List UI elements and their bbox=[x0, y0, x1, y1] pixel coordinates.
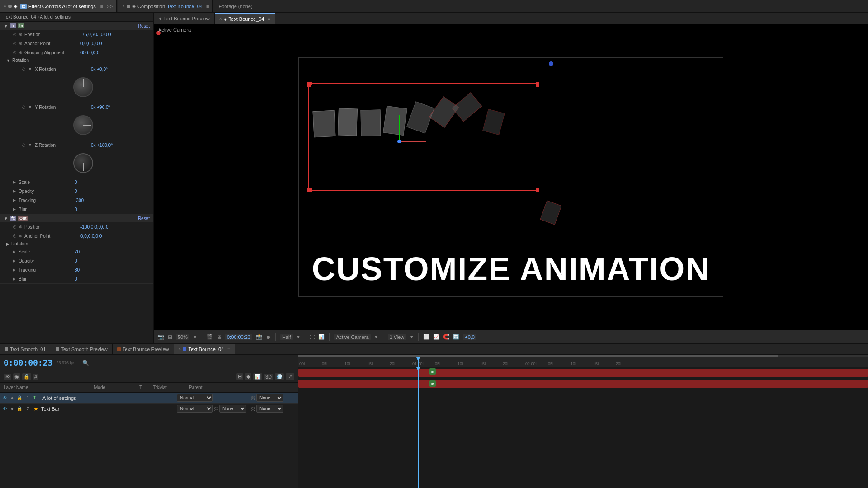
zoom-dropdown[interactable]: ▼ bbox=[193, 335, 197, 339]
preview-canvas[interactable]: CUSTOMIZE ANIMATION bbox=[298, 57, 723, 297]
parent-select-1[interactable]: None bbox=[256, 394, 283, 402]
lock-toggle[interactable]: 🔒 bbox=[22, 373, 31, 380]
zoom-value[interactable]: 50% bbox=[176, 334, 189, 340]
offset-value[interactable]: +0,0 bbox=[463, 334, 476, 340]
position-value-out[interactable]: -100,0,0,0,0,0 bbox=[80, 225, 108, 230]
center-point[interactable] bbox=[397, 140, 401, 143]
motion-blur[interactable]: 💨 bbox=[275, 373, 284, 380]
full-screen-icon[interactable]: ⛶ bbox=[310, 334, 315, 340]
in-marker-2[interactable]: In bbox=[429, 380, 436, 387]
parent-select-2[interactable]: None bbox=[256, 405, 283, 413]
position-value[interactable]: -75,0,703,0,0,0 bbox=[80, 32, 111, 37]
refresh-icon[interactable]: 🔄 bbox=[453, 334, 459, 340]
layer-row-1[interactable]: 👁 ● 🔒 1 T Normal Add Multiply ⛓ None bbox=[0, 393, 298, 404]
rotation-header-out[interactable]: ▶ Rotation bbox=[0, 240, 153, 247]
frame-icon[interactable]: ⬜ bbox=[423, 334, 429, 340]
x-rotation-knob[interactable] bbox=[73, 77, 93, 97]
x-rotation-value[interactable]: 0x +0,0° bbox=[91, 67, 108, 72]
blur-value-in[interactable]: 0 bbox=[75, 207, 77, 212]
stopwatch-grouping[interactable]: ⏱ bbox=[13, 50, 17, 55]
tab-text-smooth-01[interactable]: Text Smooth_01 bbox=[0, 344, 51, 354]
anchor-value-out[interactable]: 0,0,0,0,0,0 bbox=[80, 234, 102, 239]
reset-btn-in[interactable]: Reset bbox=[138, 23, 150, 28]
mode-select-2[interactable]: Normal Add bbox=[177, 405, 213, 413]
tab-text-bounce-04-tl[interactable]: × Text Bounce_04 ≡ bbox=[174, 344, 236, 354]
out-effect-header[interactable]: ▼ fx Out Reset bbox=[0, 214, 153, 222]
composition-tab[interactable]: × ◈ Composition Text Bounce_04 ≡ bbox=[118, 0, 213, 12]
handle-bm[interactable] bbox=[309, 188, 312, 192]
stopwatch-position[interactable]: ⏱ bbox=[13, 32, 17, 37]
solo-toggle[interactable]: ◉ bbox=[13, 373, 20, 380]
camera-dropdown[interactable]: ▼ bbox=[374, 335, 378, 339]
rotation-header[interactable]: ▼ Rotation bbox=[0, 57, 153, 64]
grouping-value[interactable]: 656,0,0,0 bbox=[80, 50, 99, 55]
in-marker-1[interactable]: In bbox=[429, 368, 436, 375]
close-icon[interactable]: × bbox=[4, 4, 6, 9]
views-btn[interactable]: 1 View bbox=[388, 334, 406, 340]
tab-menu-icon[interactable]: ≡ bbox=[268, 16, 270, 21]
z-rotation-knob[interactable] bbox=[73, 153, 93, 173]
playhead[interactable] bbox=[418, 357, 419, 367]
graph-editor[interactable]: 📊 bbox=[253, 373, 262, 380]
tracking-value-out[interactable]: 30 bbox=[75, 267, 80, 272]
label-toggle[interactable]: # bbox=[33, 374, 38, 380]
expand-icon[interactable]: >> bbox=[107, 4, 113, 9]
stopwatch-anchor-out[interactable]: ⏱ bbox=[13, 234, 17, 239]
tab-text-bounce-preview-tl[interactable]: Text Bounce Preview bbox=[113, 344, 174, 354]
lock-btn-1[interactable]: 🔒 bbox=[16, 395, 23, 401]
camera-snap-icon[interactable]: 📸 bbox=[256, 334, 262, 340]
add-marker[interactable]: ◆ bbox=[245, 373, 251, 380]
z-rotation-value[interactable]: 0x +180,0° bbox=[91, 143, 113, 148]
y-rotation-value[interactable]: 0x +90,0° bbox=[91, 105, 110, 110]
stopwatch-position-out[interactable]: ⏱ bbox=[13, 225, 17, 230]
search-icon[interactable]: 🔍 bbox=[82, 360, 89, 366]
active-camera-btn[interactable]: Active Camera bbox=[334, 334, 370, 340]
tab-text-bounce-preview[interactable]: ◀ Text Bounce Preview bbox=[154, 13, 215, 24]
views-dropdown[interactable]: ▼ bbox=[410, 335, 414, 339]
track-bar-2[interactable] bbox=[298, 380, 868, 388]
trkmat-select-2[interactable]: None bbox=[219, 405, 246, 413]
graph-icon[interactable]: 📈 bbox=[433, 334, 439, 340]
close-icon-comp[interactable]: × bbox=[122, 4, 125, 9]
solo-btn-1[interactable]: ● bbox=[9, 395, 15, 401]
playhead-tracks[interactable] bbox=[418, 367, 419, 488]
lock-btn-2[interactable]: 🔒 bbox=[16, 406, 23, 412]
solo-btn-2[interactable]: ● bbox=[9, 406, 15, 412]
vis-toggle[interactable]: 👁 bbox=[4, 374, 11, 380]
y-rotation-knob[interactable] bbox=[73, 115, 93, 135]
mode-select-1[interactable]: Normal Add Multiply bbox=[177, 394, 213, 402]
scale-value-out[interactable]: 70 bbox=[75, 249, 80, 254]
histogram-icon[interactable]: 📊 bbox=[318, 334, 325, 340]
tab-menu-tl[interactable]: ≡ bbox=[227, 347, 230, 352]
tab-text-bounce[interactable]: × ◈ Text Bounce_04 ≡ bbox=[215, 13, 276, 24]
track-bar-1[interactable] bbox=[298, 369, 868, 377]
blur-value-out[interactable]: 0 bbox=[75, 277, 77, 282]
stopwatch-zrot[interactable]: ⏱ bbox=[22, 143, 26, 148]
quality-btn[interactable]: Half bbox=[280, 334, 293, 340]
effect-controls-tab[interactable]: × ◉ fx Effect Controls A lot of settings… bbox=[0, 0, 117, 12]
vis-btn-1[interactable]: 👁 bbox=[2, 395, 8, 401]
handle-ml[interactable] bbox=[307, 84, 311, 87]
tab-text-smooth-preview[interactable]: Text Smooth Preview bbox=[51, 344, 113, 354]
vis-btn-2[interactable]: 👁 bbox=[2, 406, 8, 412]
opacity-value-out[interactable]: 0 bbox=[75, 258, 77, 263]
record-icon[interactable]: ⏺ bbox=[266, 334, 271, 340]
snap-icon[interactable]: 🧲 bbox=[443, 334, 449, 340]
scale-value-in[interactable]: 0 bbox=[75, 180, 77, 185]
in-effect-header[interactable]: ▼ fx In Reset bbox=[0, 22, 153, 30]
stopwatch-anchor[interactable]: ⏱ bbox=[13, 41, 17, 46]
frame-blend[interactable]: ⎇ bbox=[286, 373, 294, 380]
opacity-value-in[interactable]: 0 bbox=[75, 189, 77, 194]
timecode-display[interactable]: 0:00:00:23 bbox=[225, 334, 252, 340]
expand-all[interactable]: ⊞ bbox=[236, 373, 243, 380]
quality-dropdown[interactable]: ▼ bbox=[297, 335, 301, 339]
stopwatch-xrot[interactable]: ⏱ bbox=[22, 67, 26, 72]
stopwatch-yrot[interactable]: ⏱ bbox=[22, 105, 26, 110]
layer-name-input-1[interactable] bbox=[41, 395, 176, 401]
reset-btn-out[interactable]: Reset bbox=[138, 216, 150, 221]
3d-toggle[interactable]: 3D bbox=[264, 374, 273, 380]
tracking-value-in[interactable]: -300 bbox=[75, 198, 84, 203]
timecode-main[interactable]: 0:00:00:23 bbox=[4, 358, 52, 367]
transform-handle-horiz[interactable] bbox=[399, 141, 426, 142]
transform-handle[interactable] bbox=[399, 115, 400, 142]
